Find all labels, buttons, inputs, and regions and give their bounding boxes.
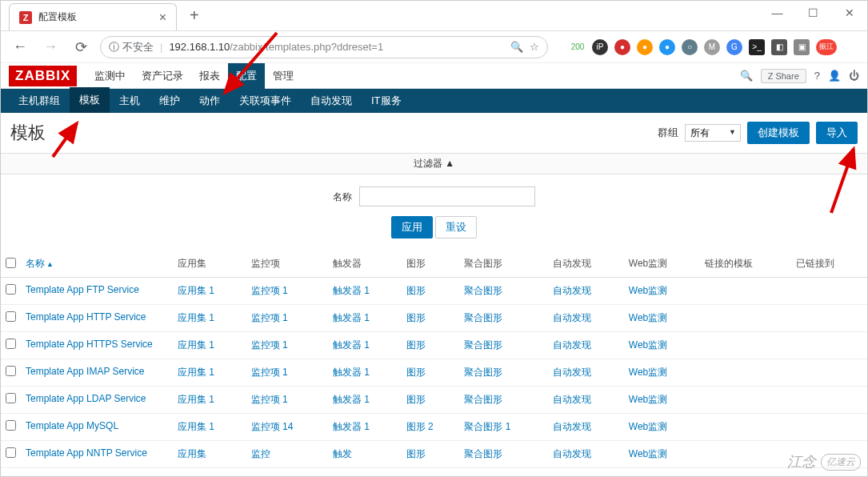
select-all-checkbox[interactable] bbox=[6, 258, 16, 268]
share-button[interactable]: Z Share bbox=[761, 69, 806, 83]
items-link[interactable]: 监控项 1 bbox=[251, 339, 288, 351]
import-button[interactable]: 导入 bbox=[816, 122, 858, 144]
sub-nav-correlation[interactable]: 关联项事件 bbox=[230, 88, 301, 114]
sub-nav-maintenance[interactable]: 维护 bbox=[150, 88, 190, 114]
ext-icon[interactable]: ● bbox=[659, 39, 675, 55]
web-link[interactable]: Web监测 bbox=[629, 312, 667, 323]
col-discovery[interactable]: 自动发现 bbox=[548, 251, 624, 278]
web-link[interactable]: Web监测 bbox=[629, 394, 667, 405]
sub-nav-services[interactable]: IT服务 bbox=[362, 88, 411, 114]
web-link[interactable]: Web监测 bbox=[629, 367, 667, 378]
triggers-link[interactable]: 触发器 1 bbox=[333, 394, 370, 405]
filter-name-input[interactable] bbox=[359, 186, 535, 206]
row-checkbox[interactable] bbox=[6, 366, 16, 376]
row-checkbox[interactable] bbox=[6, 311, 16, 322]
discovery-link[interactable]: 自动发现 bbox=[553, 312, 591, 323]
top-menu-admin[interactable]: 管理 bbox=[265, 63, 302, 89]
applications-link[interactable]: 应用集 1 bbox=[178, 312, 214, 323]
window-close-icon[interactable]: ✕ bbox=[831, 1, 867, 25]
profile-icon[interactable]: 振江 bbox=[816, 39, 837, 55]
col-name[interactable]: 名称▲ bbox=[21, 251, 173, 278]
screens-link[interactable]: 聚合图形 bbox=[464, 394, 502, 405]
col-linked-to[interactable]: 已链接到 bbox=[791, 251, 867, 278]
address-bar[interactable]: ⓘ 不安全 | 192.168.1.10/zabbix/templates.ph… bbox=[100, 36, 548, 58]
forward-icon[interactable]: → bbox=[39, 38, 62, 55]
star-icon[interactable]: ☆ bbox=[530, 41, 539, 53]
items-link[interactable]: 监控项 1 bbox=[251, 285, 288, 296]
row-checkbox[interactable] bbox=[6, 284, 16, 295]
user-icon[interactable]: 👤 bbox=[828, 70, 841, 82]
col-items[interactable]: 监控项 bbox=[246, 251, 328, 278]
items-link[interactable]: 监控项 14 bbox=[251, 421, 294, 432]
logout-icon[interactable]: ⏻ bbox=[849, 70, 859, 82]
graphs-link[interactable]: 图形 bbox=[406, 448, 426, 459]
menu-icon[interactable]: ⋮ bbox=[843, 39, 859, 55]
help-icon[interactable]: ? bbox=[814, 70, 820, 82]
items-link[interactable]: 监控项 1 bbox=[251, 312, 288, 323]
ext-icon[interactable]: M bbox=[704, 39, 720, 55]
discovery-link[interactable]: 自动发现 bbox=[553, 394, 591, 405]
row-checkbox[interactable] bbox=[6, 339, 16, 349]
applications-link[interactable]: 应用集 1 bbox=[178, 394, 214, 405]
template-name-link[interactable]: Template App NNTP Service bbox=[26, 447, 147, 459]
col-applications[interactable]: 应用集 bbox=[173, 251, 246, 278]
screens-link[interactable]: 聚合图形 bbox=[464, 339, 502, 351]
screens-link[interactable]: 聚合图形 bbox=[464, 448, 502, 459]
graphs-link[interactable]: 图形 bbox=[406, 339, 426, 351]
row-checkbox[interactable] bbox=[6, 393, 16, 403]
col-triggers[interactable]: 触发器 bbox=[328, 251, 402, 278]
top-menu-configuration[interactable]: 配置 bbox=[228, 63, 265, 89]
template-name-link[interactable]: Template App MySQL bbox=[26, 420, 118, 431]
triggers-link[interactable]: 触发 bbox=[333, 448, 352, 459]
col-linked-templates[interactable]: 链接的模板 bbox=[700, 251, 791, 278]
template-name-link[interactable]: Template App IMAP Service bbox=[26, 366, 145, 377]
graphs-link[interactable]: 图形 bbox=[406, 367, 426, 378]
discovery-link[interactable]: 自动发现 bbox=[553, 339, 591, 351]
applications-link[interactable]: 应用集 1 bbox=[178, 421, 214, 432]
ext-icon[interactable]: ○ bbox=[682, 39, 698, 55]
col-graphs[interactable]: 图形 bbox=[402, 251, 460, 278]
discovery-link[interactable]: 自动发现 bbox=[553, 421, 591, 432]
row-checkbox[interactable] bbox=[6, 420, 16, 431]
ext-icon[interactable]: ● bbox=[637, 39, 653, 55]
sub-nav-discovery[interactable]: 自动发现 bbox=[301, 88, 362, 114]
ext-icon[interactable]: >_ bbox=[749, 39, 765, 55]
window-maximize-icon[interactable]: ☐ bbox=[795, 1, 831, 25]
graphs-link[interactable]: 图形 bbox=[406, 312, 426, 323]
web-link[interactable]: Web监测 bbox=[629, 339, 667, 351]
items-link[interactable]: 监控项 1 bbox=[251, 394, 288, 405]
reset-button[interactable]: 重设 bbox=[435, 216, 477, 238]
new-tab-button[interactable]: + bbox=[183, 3, 206, 28]
discovery-link[interactable]: 自动发现 bbox=[553, 285, 591, 296]
sub-nav-templates[interactable]: 模板 bbox=[70, 87, 110, 114]
template-name-link[interactable]: Template App HTTP Service bbox=[26, 311, 146, 323]
ext-icon[interactable]: G bbox=[726, 39, 742, 55]
back-icon[interactable]: ← bbox=[9, 38, 31, 55]
items-link[interactable]: 监控项 1 bbox=[251, 367, 288, 378]
discovery-link[interactable]: 自动发现 bbox=[553, 448, 591, 459]
applications-link[interactable]: 应用集 1 bbox=[178, 367, 214, 378]
sub-nav-hosts[interactable]: 主机 bbox=[110, 88, 150, 114]
triggers-link[interactable]: 触发器 1 bbox=[333, 285, 370, 296]
applications-link[interactable]: 应用集 bbox=[178, 448, 206, 459]
zabbix-logo[interactable]: ZABBIX bbox=[9, 66, 77, 86]
screens-link[interactable]: 聚合图形 bbox=[464, 312, 502, 323]
items-link[interactable]: 监控 bbox=[251, 448, 270, 459]
reload-icon[interactable]: ⟳ bbox=[70, 38, 92, 56]
web-link[interactable]: Web监测 bbox=[629, 285, 667, 296]
triggers-link[interactable]: 触发器 1 bbox=[333, 367, 370, 378]
graphs-link[interactable]: 图形 bbox=[406, 285, 426, 296]
search-icon[interactable]: 🔍 bbox=[510, 41, 523, 53]
row-checkbox[interactable] bbox=[6, 447, 16, 458]
template-name-link[interactable]: Template App FTP Service bbox=[26, 284, 139, 295]
top-menu-inventory[interactable]: 资产记录 bbox=[134, 63, 191, 89]
template-name-link[interactable]: Template App LDAP Service bbox=[26, 393, 146, 404]
col-screens[interactable]: 聚合图形 bbox=[459, 251, 548, 278]
ext-icon[interactable]: ◧ bbox=[771, 39, 787, 55]
screens-link[interactable]: 聚合图形 bbox=[464, 367, 502, 378]
applications-link[interactable]: 应用集 1 bbox=[178, 339, 214, 351]
search-icon[interactable]: 🔍 bbox=[740, 70, 753, 82]
screens-link[interactable]: 聚合图形 bbox=[464, 285, 502, 296]
top-menu-monitoring[interactable]: 监测中 bbox=[86, 63, 134, 89]
graphs-link[interactable]: 图形 2 bbox=[406, 421, 434, 432]
